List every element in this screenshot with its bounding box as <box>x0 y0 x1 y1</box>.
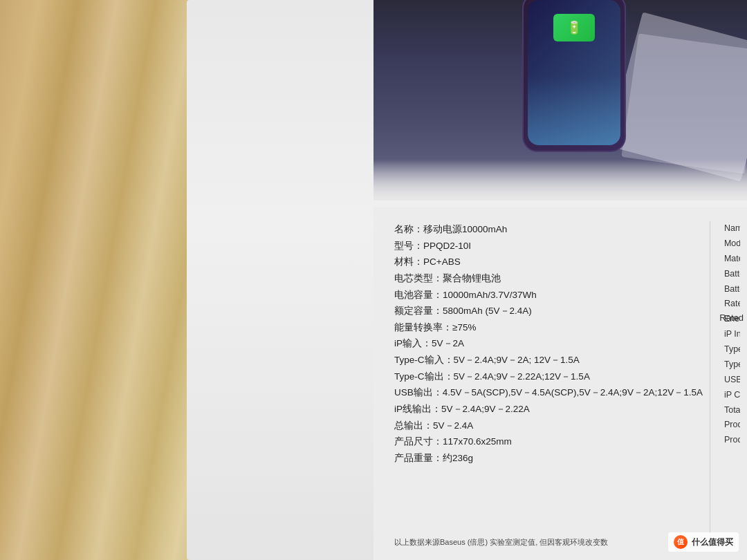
spec-typec-output: Type-C输出：5V－2.4A;9V－2.22A;12V－1.5A <box>394 368 703 385</box>
spec-energy-conversion: 能量转换率：≥75% <box>394 319 703 336</box>
spec-name: 名称：移动电源10000mAh <box>394 221 703 238</box>
phone-body: 🔋 <box>522 0 626 152</box>
en-usb-out: USB Ou <box>724 373 740 388</box>
phone-image: 🔋 <box>505 0 643 159</box>
spec-rated-capacity: 额定容量：5800mAh (5V－2.4A) <box>394 303 703 319</box>
en-name: Name: Pow <box>724 221 740 236</box>
spec-total-output: 总输出：5V－2.4A <box>394 418 703 434</box>
en-ip-input: iP Input: <box>724 327 740 342</box>
phone-screen: 🔋 <box>528 0 620 145</box>
en-ip-cable: iP Cable <box>724 388 740 403</box>
spec-ip-cable: iP线输出：5V－2.4A;9V－2.22A <box>394 401 703 418</box>
spec-battery-capacity: 电池容量：10000mAh/3.7V/37Wh <box>394 287 703 304</box>
en-model: Model No.: <box>724 236 740 252</box>
spec-ip-input: iP输入：5V－2A <box>394 335 703 352</box>
image-fade <box>374 159 747 200</box>
en-typec-out: Type-C O <box>724 357 740 373</box>
specs-left: 名称：移动电源10000mAh 型号：PPQD2-10I 材料：PC+ABS 电… <box>394 221 710 553</box>
watermark: 值 什么值得买 <box>668 532 739 552</box>
spec-dimensions: 产品尺寸：117x70.6x25mm <box>394 433 703 450</box>
spec-model: 型号：PPQD2-10I <box>394 238 703 254</box>
product-box: 🔋 名称：移动电源10000mAh 型号：PPQD2-10I 材料：PC+ABS… <box>187 0 747 560</box>
en-product2: Produc <box>724 433 740 448</box>
specs-right: Name: Pow Model No.: Material: P Battery… <box>710 221 740 553</box>
en-battery: Battery: Po <box>724 267 740 282</box>
en-product1: Produc <box>724 418 740 433</box>
en-total-out: Total O <box>724 403 740 418</box>
spec-typec-input: Type-C输入：5V－2.4A;9V－2A; 12V－1.5A <box>394 352 703 368</box>
spec-weight: 产品重量：约236g <box>394 450 703 467</box>
specs-section: 名称：移动电源10000mAh 型号：PPQD2-10I 材料：PC+ABS 电… <box>374 207 747 560</box>
spec-battery-type: 电芯类型：聚合物锂电池 <box>394 270 703 287</box>
spec-material: 材料：PC+ABS <box>394 254 703 270</box>
en-battery-cap: Battery Ca <box>724 282 740 297</box>
watermark-text: 什么值得买 <box>692 536 733 548</box>
phone-glow <box>528 76 620 145</box>
watermark-logo: 值 <box>674 535 688 549</box>
spec-usb-output: USB输出：4.5V－5A(SCP),5V－4.5A(SCP),5V－2.4A;… <box>394 384 703 401</box>
english-specs: Name: Pow Model No.: Material: P Battery… <box>724 221 740 448</box>
rated-label: Rated <box>719 312 747 323</box>
en-material: Material: P <box>724 252 740 267</box>
product-image-section: 🔋 <box>374 0 747 200</box>
en-rated-cap: Rated Cap <box>724 297 740 312</box>
battery-icon: 🔋 <box>553 14 595 41</box>
en-typec-in: Type-C In <box>724 342 740 357</box>
